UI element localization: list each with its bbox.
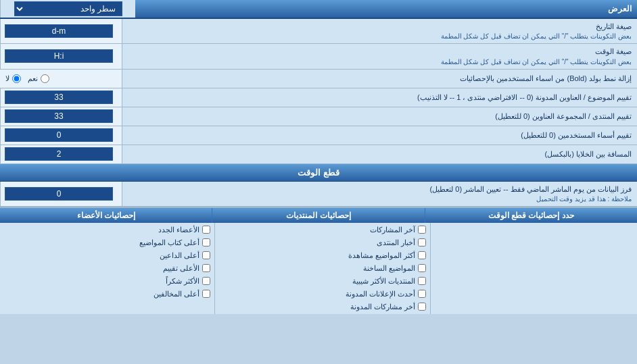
time-format-label: صيغة الوقت بعض التكوينات يتطلب "/" التي … [122,44,637,68]
forum-sort-row: تقييم المنتدى / المجموعة العناوين (0 للت… [0,107,637,126]
time-section-header: قطع الوقت [0,164,637,182]
date-format-label: صيغة التاريخ بعض التكوينات يتطلب "/" الت… [122,19,637,43]
stats-members-col: الأعضاء الجدد أعلى كتاب المواضيع أعلى ال… [0,223,214,314]
bold-remove-row: إزالة نمط بولد (Bold) من اسماء المستخدمي… [0,70,637,88]
checkbox-popular-forums-input[interactable] [418,277,426,285]
stats-header-forums: إحصائيات المنتديات [212,208,424,223]
checkbox-latest-announcements-input[interactable] [418,290,426,298]
checkbox-top-inviters-input[interactable] [202,251,210,259]
checkbox-top-posters-input[interactable] [202,238,210,246]
checkbox-forum-news-input[interactable] [418,238,426,246]
radio-no[interactable]: لا [5,74,21,83]
display-select[interactable]: سطر واحدسطرانثلاثة أسطر [14,1,122,16]
cell-spacing-input-cell[interactable] [0,145,122,163]
display-select-area[interactable]: سطر واحدسطرانثلاثة أسطر [0,0,135,18]
checkbox-latest-announcements[interactable]: أحدث الإعلانات المدونة [219,288,425,300]
username-sort-input-cell[interactable] [0,126,122,145]
username-sort-label: تقييم أسماء المستخدمين (0 للتعطيل) [122,126,637,145]
stats-section: حدد إحصائيات قطع الوقت إحصائيات المنتديا… [0,207,637,314]
username-sort-input[interactable] [5,128,113,142]
username-sort-row: تقييم أسماء المستخدمين (0 للتعطيل) [0,126,637,145]
time-section-row: فرز البيانات من يوم الماشر الماضي فقط --… [0,182,637,207]
checkbox-most-viewed[interactable]: أكثر المواضيع مشاهدة [219,250,425,261]
stats-header-row: حدد إحصائيات قطع الوقت إحصائيات المنتديا… [0,208,637,223]
checkbox-last-posts-input[interactable] [418,226,426,234]
display-label: العرض [135,0,637,18]
checkbox-last-blog-posts-input[interactable] [418,303,426,311]
display-header-row: العرض سطر واحدسطرانثلاثة أسطر [0,0,637,19]
bold-remove-radio-cell[interactable]: نعم لا [0,70,122,88]
time-filter-label: فرز البيانات من يوم الماشر الماضي فقط --… [122,182,637,206]
stats-content-row: آخر المشاركات أخبار المنتدى أكثر المواضي… [0,223,637,314]
cell-spacing-label: المسافة بين الخلايا (بالبكسل) [122,145,637,163]
topic-sort-label: تقييم الموضوع / العناوين المدونة (0 -- ا… [122,88,637,107]
stats-header-members: إحصائيات الأعضاء [0,208,212,223]
checkbox-top-rated[interactable]: الأعلى تقييم [4,263,210,274]
topic-sort-row: تقييم الموضوع / العناوين المدونة (0 -- ا… [0,88,637,107]
main-container: العرض سطر واحدسطرانثلاثة أسطر صيغة التار… [0,0,637,314]
forum-sort-label: تقييم المنتدى / المجموعة العناوين (0 للت… [122,107,637,126]
time-filter-input-cell[interactable] [0,182,122,206]
stats-header-empty: حدد إحصائيات قطع الوقت [425,208,637,223]
time-format-input-cell[interactable] [0,44,122,68]
checkbox-last-posts[interactable]: آخر المشاركات [219,224,425,236]
stats-empty-col [430,223,637,314]
checkbox-new-members[interactable]: الأعضاء الجدد [4,224,210,236]
checkbox-top-violators-input[interactable] [202,290,210,298]
checkbox-top-posters[interactable]: أعلى كتاب المواضيع [4,237,210,249]
date-format-row: صيغة التاريخ بعض التكوينات يتطلب "/" الت… [0,19,637,44]
stats-forums-col: آخر المشاركات أخبار المنتدى أكثر المواضي… [214,223,429,314]
topic-sort-input[interactable] [5,90,113,104]
radio-yes-input[interactable] [41,74,49,83]
forum-sort-input[interactable] [5,109,113,123]
topic-sort-input-cell[interactable] [0,88,122,107]
radio-no-input[interactable] [12,74,21,83]
forum-sort-input-cell[interactable] [0,107,122,126]
checkbox-last-blog-posts[interactable]: أخر مشاركات المدونة [219,301,425,313]
checkbox-most-viewed-input[interactable] [418,251,426,259]
time-format-row: صيغة الوقت بعض التكوينات يتطلب "/" التي … [0,44,637,69]
checkbox-new-members-input[interactable] [202,226,210,234]
checkbox-hot-topics-input[interactable] [418,264,426,272]
checkbox-top-inviters[interactable]: أعلى الداعين [4,250,210,261]
date-format-input[interactable] [5,24,113,38]
checkbox-forum-news[interactable]: أخبار المنتدى [219,237,425,249]
cell-spacing-row: المسافة بين الخلايا (بالبكسل) [0,145,637,164]
checkbox-most-thanked[interactable]: الأكثر شكراً [4,276,210,287]
checkbox-most-thanked-input[interactable] [202,277,210,285]
checkbox-popular-forums[interactable]: المنتديات الأكثر شيبية [219,276,425,287]
checkbox-top-rated-input[interactable] [202,264,210,272]
radio-yes[interactable]: نعم [28,74,49,83]
time-format-input[interactable] [5,49,113,63]
checkbox-hot-topics[interactable]: المواضيع الساخنة [219,263,425,274]
checkbox-top-violators[interactable]: أعلى المخالفين [4,288,210,300]
time-filter-input[interactable] [5,187,113,201]
bold-remove-label: إزالة نمط بولد (Bold) من اسماء المستخدمي… [122,70,637,88]
date-format-input-cell[interactable] [0,19,122,43]
cell-spacing-input[interactable] [5,147,113,161]
